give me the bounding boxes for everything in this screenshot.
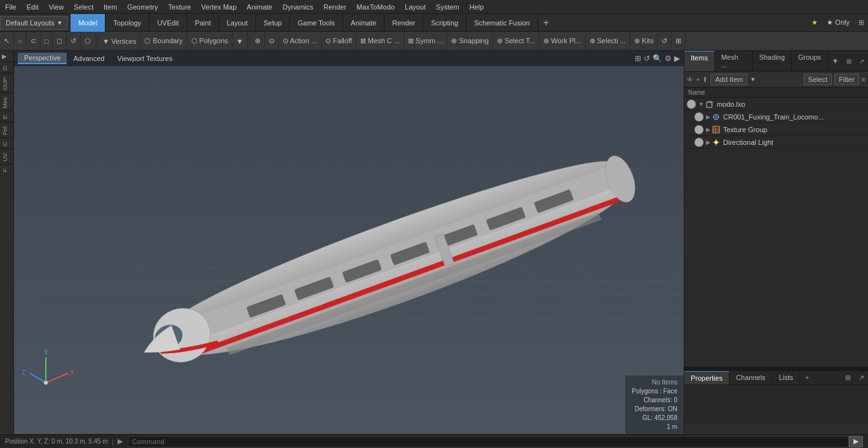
select-btn[interactable]: Select	[804, 74, 832, 85]
vp-fit-icon[interactable]: ⊞	[635, 54, 641, 63]
panel-tab-groups[interactable]: Groups	[792, 51, 828, 71]
item-list[interactable]: ▼ modo.lxo ▶	[684, 98, 868, 367]
add-item-dropdown[interactable]: ▼	[750, 76, 756, 83]
tab-setup[interactable]: Setup	[256, 14, 290, 32]
vp-tab-perspective[interactable]: Perspective	[18, 53, 67, 64]
menu-texture[interactable]: Texture	[163, 2, 196, 12]
tool-circle2[interactable]: ⊙	[265, 32, 279, 51]
menu-dynamics[interactable]: Dynamics	[278, 2, 318, 12]
visibility-toggle[interactable]	[695, 125, 703, 134]
tab-paint[interactable]: Paint	[187, 14, 219, 32]
list-item[interactable]: ▼ modo.lxo	[684, 98, 868, 111]
tab-scripting[interactable]: Scripting	[423, 14, 466, 32]
menu-vertex-map[interactable]: Vertex Map	[196, 2, 242, 12]
polygons-btn[interactable]: ⬡ Polygons	[187, 32, 233, 51]
vp-settings-icon[interactable]: ⚙	[665, 54, 672, 63]
run-command-btn[interactable]: ▶	[849, 436, 863, 447]
mesh-constraint-btn[interactable]: ⊠ Mesh C ...	[356, 32, 404, 51]
menu-item[interactable]: Item	[98, 2, 122, 12]
selection-btn[interactable]: ⊕ Selecti ...	[586, 32, 630, 51]
layout-selector[interactable]: Default Layouts ▼	[0, 16, 68, 30]
menu-system[interactable]: System	[431, 2, 465, 12]
sidebar-toggle[interactable]: ▶	[0, 51, 13, 62]
tab-add-button[interactable]: +	[538, 16, 554, 30]
tool-select-arrow[interactable]: ↖	[0, 32, 14, 51]
vp-search-icon[interactable]: 🔍	[653, 54, 662, 63]
sidebar-item-uv[interactable]: UV:	[0, 149, 13, 164]
panel-expand-btn[interactable]: ⊞	[843, 55, 855, 67]
boundary-btn[interactable]: ⬡ Boundary	[140, 32, 187, 51]
list-item[interactable]: ▶ Texture Group	[684, 123, 868, 136]
sidebar-item-pol[interactable]: Pol:	[0, 122, 13, 138]
tab-schematic-fusion[interactable]: Schematic Fusion	[466, 14, 538, 32]
snapping-btn[interactable]: ⊕ Snapping	[447, 32, 493, 51]
menu-geometry[interactable]: Geometry	[122, 2, 163, 12]
tab-animate[interactable]: Animate	[343, 14, 384, 32]
vertices-btn[interactable]: ▼ Vertices	[98, 32, 140, 51]
menu-file[interactable]: File	[0, 2, 22, 12]
tool-rect[interactable]: □	[41, 32, 53, 51]
visibility-toggle[interactable]	[687, 100, 696, 109]
tool-circle[interactable]: ○	[14, 32, 27, 51]
menu-edit[interactable]: Edit	[22, 2, 44, 12]
tool-hex[interactable]: ⬡	[81, 32, 95, 51]
add-item-btn[interactable]: Add Item	[710, 74, 747, 85]
tool-dropdown[interactable]: ▼	[233, 32, 248, 51]
sidebar-item-c[interactable]: C:	[0, 137, 13, 149]
vp-tab-advanced[interactable]: Advanced	[67, 53, 111, 64]
action-btn[interactable]: ⊙ Action ...	[279, 32, 322, 51]
menu-help[interactable]: Help	[465, 2, 489, 12]
tool-lasso[interactable]: ⊂	[27, 32, 41, 51]
props-tab-channels[interactable]: Channels	[729, 371, 772, 384]
command-input[interactable]	[128, 436, 849, 447]
tab-render[interactable]: Render	[384, 14, 423, 32]
tool-rotate[interactable]: ↺	[67, 32, 81, 51]
viewport[interactable]: Perspective Advanced Viewport Textures ⊞…	[14, 51, 684, 434]
vp-tab-textures[interactable]: Viewport Textures	[111, 53, 179, 64]
menu-view[interactable]: View	[44, 2, 69, 12]
panel-tab-shading[interactable]: Shading	[753, 51, 792, 71]
refresh-btn[interactable]: ↺	[658, 32, 672, 51]
panel-popout-btn[interactable]: ↗	[855, 55, 868, 67]
panel-tab-mesh[interactable]: Mesh ...	[715, 51, 753, 71]
item-visibility-icon[interactable]: 👁	[687, 76, 693, 83]
tool-poly-select[interactable]: ◻	[53, 32, 67, 51]
props-add-btn[interactable]: +	[800, 371, 814, 384]
tab-game-tools[interactable]: Game Tools	[290, 14, 343, 32]
props-tab-lists[interactable]: Lists	[773, 371, 801, 384]
tab-model[interactable]: Model	[71, 14, 105, 32]
panel-tab-items[interactable]: Items	[684, 51, 715, 71]
vp-refresh-icon[interactable]: ↺	[644, 54, 650, 63]
menu-select[interactable]: Select	[69, 2, 98, 12]
tab-layout[interactable]: Layout	[219, 14, 256, 32]
work-plane-btn[interactable]: ⊕ Work Pl...	[539, 32, 586, 51]
item-import-icon[interactable]: ⬆	[702, 76, 708, 84]
visibility-toggle[interactable]	[695, 112, 703, 121]
select-tool-btn[interactable]: ⊕ Select T...	[493, 32, 539, 51]
list-item[interactable]: ▶ Directional Light	[684, 136, 868, 149]
sidebar-item-d[interactable]: D:	[0, 62, 13, 73]
props-popout-btn[interactable]: ↗	[855, 371, 868, 384]
vp-expand-icon[interactable]: ▶	[674, 54, 680, 63]
sidebar-item-dup[interactable]: DUP:	[0, 73, 13, 93]
sidebar-item-e[interactable]: E:	[0, 111, 13, 122]
menu-layout[interactable]: Layout	[400, 2, 431, 12]
item-more-btn[interactable]: ≡	[862, 76, 865, 83]
tool-plus[interactable]: ⊕	[251, 32, 265, 51]
props-expand-btn[interactable]: ⊞	[841, 371, 855, 384]
props-tab-properties[interactable]: Properties	[684, 371, 729, 384]
panel-tab-dropdown[interactable]: ▼	[828, 55, 843, 67]
sidebar-item-f[interactable]: F:	[0, 164, 13, 175]
item-add-icon[interactable]: +	[696, 76, 700, 83]
tab-topology[interactable]: Topology	[105, 14, 149, 32]
sidebar-item-mes[interactable]: Mes:	[0, 93, 13, 111]
kits-btn[interactable]: ⊕ Kits	[630, 32, 658, 51]
list-item[interactable]: ▶ CR001_Fuxing_Train_Locomo...	[684, 111, 868, 123]
filter-btn[interactable]: Filter	[834, 74, 858, 85]
menu-render[interactable]: Render	[318, 2, 351, 12]
falloff-btn[interactable]: ⊙ Falloff	[322, 32, 356, 51]
maximize-icon[interactable]: ⊞	[855, 17, 868, 28]
menu-maxtomodo[interactable]: MaxToModo	[351, 2, 400, 12]
visibility-toggle[interactable]	[695, 138, 703, 147]
symmetry-btn[interactable]: ⊠ Symm ...	[404, 32, 447, 51]
